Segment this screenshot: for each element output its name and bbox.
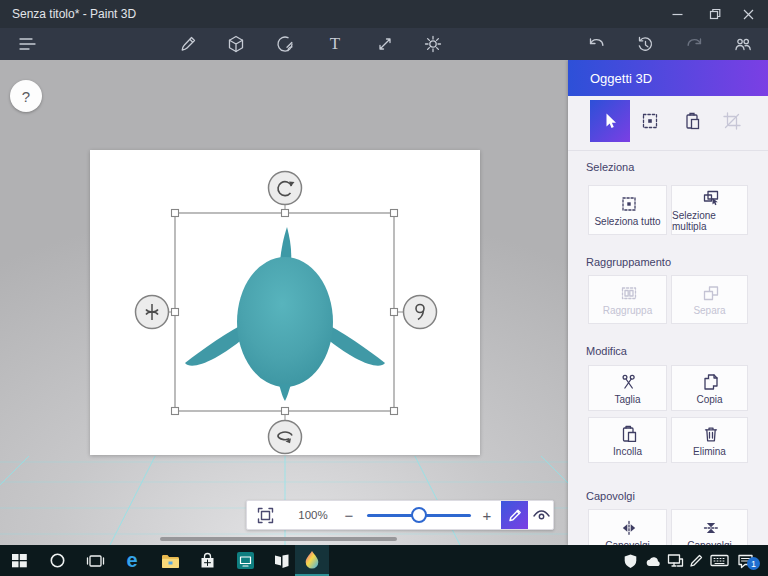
divider	[568, 150, 768, 151]
store-button[interactable]	[192, 545, 222, 576]
section-label-seleziona: Seleziona	[586, 161, 634, 173]
effects-icon	[423, 34, 443, 54]
paste-tool-button[interactable]	[672, 100, 712, 142]
paint3d-icon	[303, 550, 321, 570]
file-explorer-button[interactable]	[155, 545, 185, 576]
multi-select-button[interactable]: Selezione multipla	[671, 185, 748, 235]
keyboard-tray-button[interactable]	[706, 545, 732, 576]
rotate-z-handle[interactable]	[269, 172, 302, 205]
rotate-depth-handle[interactable]	[269, 421, 302, 454]
defender-icon	[623, 553, 638, 569]
workspace[interactable]: ?	[0, 60, 568, 545]
select-all-icon	[640, 111, 660, 131]
group-button[interactable]: Raggruppa	[588, 275, 667, 324]
history-button[interactable]	[627, 29, 663, 59]
panel-title: Oggetti 3D	[590, 71, 652, 86]
pen-tray-button[interactable]	[685, 545, 707, 576]
paste-button[interactable]: Incolla	[588, 417, 667, 463]
network-icon	[667, 553, 684, 568]
rotate-y-handle[interactable]	[404, 296, 437, 329]
select-all-icon	[619, 194, 637, 212]
onedrive-tray-button[interactable]	[641, 545, 665, 576]
crop-tool-button[interactable]	[712, 100, 752, 142]
redo-button[interactable]	[677, 29, 713, 59]
menu-button[interactable]	[10, 29, 46, 59]
brush-icon	[178, 34, 198, 54]
select-all-tool-button[interactable]	[630, 100, 670, 142]
restore-icon	[709, 8, 721, 20]
film-tv-button[interactable]	[230, 545, 260, 576]
select-all-button[interactable]: Seleziona tutto	[588, 185, 667, 235]
zoom-in-button[interactable]: +	[475, 501, 499, 529]
cortana-icon	[49, 552, 66, 569]
ungroup-icon	[701, 283, 719, 301]
select-icon	[600, 111, 620, 131]
paste-icon	[619, 424, 637, 442]
redo-icon	[685, 34, 705, 54]
titlebar: Senza titolo* - Paint 3D	[0, 0, 768, 28]
zoom-out-button[interactable]: −	[337, 501, 361, 529]
selection-overlay	[0, 60, 568, 545]
paint3d-taskbar-button[interactable]	[295, 545, 329, 576]
store-icon	[199, 552, 216, 569]
edge-button[interactable]: e	[117, 545, 147, 576]
pencil-icon	[507, 507, 523, 523]
ungroup-button[interactable]: Separa	[671, 275, 748, 324]
eye-icon	[532, 507, 551, 523]
windows-taskbar: e	[0, 545, 768, 576]
copy-button[interactable]: Copia	[671, 365, 748, 411]
section-label-modifica: Modifica	[586, 345, 627, 357]
file-explorer-icon	[161, 553, 180, 569]
remix-3d-button[interactable]	[725, 29, 761, 59]
zoom-slider-thumb[interactable]	[411, 507, 427, 523]
task-view-icon	[86, 553, 105, 569]
section-label-capovolgi: Capovolgi	[586, 490, 635, 502]
task-view-button[interactable]	[80, 545, 110, 576]
onedrive-icon	[645, 555, 662, 567]
cortana-button[interactable]	[42, 545, 72, 576]
main-toolbar: T	[0, 28, 768, 60]
text-icon: T	[330, 34, 340, 54]
defender-tray-button[interactable]	[618, 545, 642, 576]
oggetti-3d-panel: Oggetti 3D Seleziona Seleziona tutto Sel…	[568, 60, 768, 545]
start-icon	[11, 552, 28, 569]
3d-shapes-tool-button[interactable]	[218, 29, 254, 59]
crop-icon	[722, 111, 742, 131]
photos-button[interactable]	[266, 545, 296, 576]
delete-icon	[701, 424, 719, 442]
photos-icon	[273, 552, 290, 569]
keyboard-icon	[710, 554, 729, 567]
stickers-icon	[275, 34, 295, 54]
undo-icon	[586, 34, 606, 54]
stickers-tool-button[interactable]	[267, 29, 303, 59]
delete-button[interactable]: Elimina	[671, 417, 748, 463]
close-button[interactable]	[728, 0, 768, 28]
view-mode-button[interactable]	[528, 501, 554, 529]
zoom-toolbar: 100% − +	[246, 500, 554, 530]
select-tool-button[interactable]	[590, 100, 630, 142]
cut-button[interactable]: Taglia	[588, 365, 667, 411]
section-label-raggruppamento: Raggruppamento	[586, 256, 671, 268]
brushes-tool-button[interactable]	[170, 29, 206, 59]
copy-icon	[701, 372, 719, 390]
pen-icon	[689, 553, 704, 568]
undo-button[interactable]	[578, 29, 614, 59]
notification-badge: 1	[747, 557, 760, 570]
horizontal-scrollbar[interactable]	[160, 537, 397, 541]
edge-icon: e	[126, 549, 137, 572]
canvas-icon	[375, 34, 395, 54]
rotate-tilt-handle[interactable]	[136, 296, 169, 329]
canvas-tool-button[interactable]	[367, 29, 403, 59]
text-tool-button[interactable]: T	[317, 29, 353, 59]
multi-select-icon	[701, 188, 719, 206]
panel-header: Oggetti 3D	[568, 60, 768, 96]
edit-mode-button[interactable]	[501, 501, 528, 529]
fit-to-view-button[interactable]	[251, 501, 279, 529]
start-button[interactable]	[4, 545, 34, 576]
3d-shapes-icon	[226, 34, 246, 54]
minimize-button[interactable]	[657, 0, 697, 28]
network-tray-button[interactable]	[663, 545, 687, 576]
effects-tool-button[interactable]	[415, 29, 451, 59]
3d-object-shark[interactable]	[185, 227, 385, 401]
minimize-icon	[672, 9, 683, 20]
